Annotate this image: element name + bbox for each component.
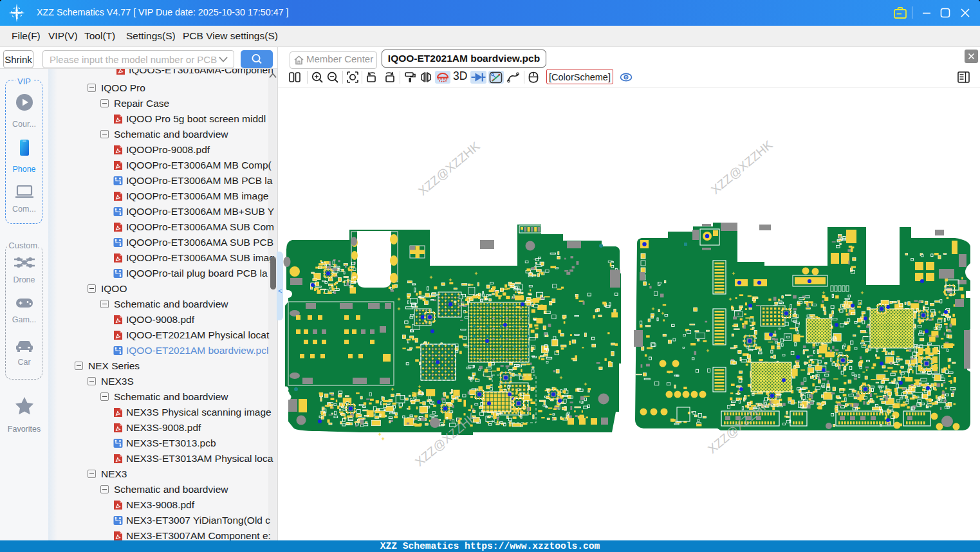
svg-text:XZZ@XZZHK: XZZ@XZZHK xyxy=(708,138,775,197)
svg-text:XZZ@XZZHK: XZZ@XZZHK xyxy=(416,139,483,198)
